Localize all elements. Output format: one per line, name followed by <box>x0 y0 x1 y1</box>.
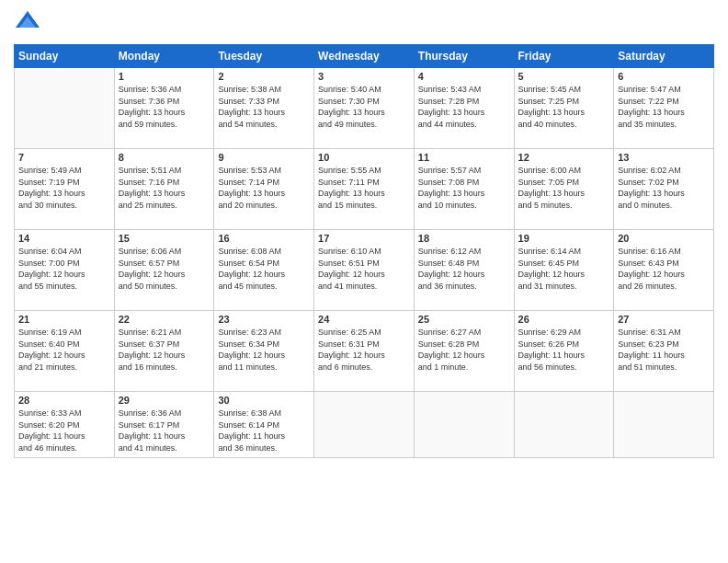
calendar-cell: 7Sunrise: 5:49 AM Sunset: 7:19 PM Daylig… <box>15 149 115 230</box>
weekday-header: Thursday <box>414 45 514 68</box>
calendar-cell: 6Sunrise: 5:47 AM Sunset: 7:22 PM Daylig… <box>614 68 714 149</box>
calendar-cell: 15Sunrise: 6:06 AM Sunset: 6:57 PM Dayli… <box>114 230 214 311</box>
day-info: Sunrise: 6:29 AM Sunset: 6:26 PM Dayligh… <box>518 327 610 373</box>
calendar-cell: 22Sunrise: 6:21 AM Sunset: 6:37 PM Dayli… <box>114 311 214 392</box>
calendar-cell: 29Sunrise: 6:36 AM Sunset: 6:17 PM Dayli… <box>114 392 214 458</box>
day-number: 12 <box>518 152 610 163</box>
calendar-cell: 14Sunrise: 6:04 AM Sunset: 7:00 PM Dayli… <box>15 230 115 311</box>
calendar-cell: 20Sunrise: 6:16 AM Sunset: 6:43 PM Dayli… <box>614 230 714 311</box>
day-info: Sunrise: 6:19 AM Sunset: 6:40 PM Dayligh… <box>18 327 110 373</box>
calendar-cell: 27Sunrise: 6:31 AM Sunset: 6:23 PM Dayli… <box>614 311 714 392</box>
calendar-cell: 5Sunrise: 5:45 AM Sunset: 7:25 PM Daylig… <box>514 68 614 149</box>
day-number: 10 <box>318 152 410 163</box>
calendar-cell: 9Sunrise: 5:53 AM Sunset: 7:14 PM Daylig… <box>214 149 314 230</box>
calendar-cell <box>614 392 714 458</box>
day-info: Sunrise: 5:36 AM Sunset: 7:36 PM Dayligh… <box>119 84 210 130</box>
calendar-cell: 30Sunrise: 6:38 AM Sunset: 6:14 PM Dayli… <box>214 392 314 458</box>
calendar-cell <box>314 392 415 458</box>
calendar-cell: 11Sunrise: 5:57 AM Sunset: 7:08 PM Dayli… <box>414 149 514 230</box>
calendar-cell: 21Sunrise: 6:19 AM Sunset: 6:40 PM Dayli… <box>15 311 115 392</box>
calendar-cell: 13Sunrise: 6:02 AM Sunset: 7:02 PM Dayli… <box>614 149 714 230</box>
day-number: 3 <box>318 71 410 82</box>
calendar-table: SundayMondayTuesdayWednesdayThursdayFrid… <box>14 44 714 458</box>
calendar-cell <box>514 392 614 458</box>
day-info: Sunrise: 5:51 AM Sunset: 7:16 PM Dayligh… <box>119 165 210 211</box>
day-number: 21 <box>18 314 110 325</box>
day-info: Sunrise: 5:47 AM Sunset: 7:22 PM Dayligh… <box>618 84 710 130</box>
day-number: 15 <box>119 233 210 244</box>
day-number: 28 <box>18 395 110 406</box>
day-info: Sunrise: 6:08 AM Sunset: 6:54 PM Dayligh… <box>218 246 310 292</box>
calendar-cell: 10Sunrise: 5:55 AM Sunset: 7:11 PM Dayli… <box>314 149 415 230</box>
calendar-cell: 25Sunrise: 6:27 AM Sunset: 6:28 PM Dayli… <box>414 311 514 392</box>
day-number: 29 <box>119 395 210 406</box>
day-info: Sunrise: 5:55 AM Sunset: 7:11 PM Dayligh… <box>318 165 410 211</box>
day-number: 13 <box>618 152 710 163</box>
header <box>14 9 714 37</box>
day-info: Sunrise: 6:31 AM Sunset: 6:23 PM Dayligh… <box>618 327 710 373</box>
calendar-cell: 18Sunrise: 6:12 AM Sunset: 6:48 PM Dayli… <box>414 230 514 311</box>
calendar-cell: 16Sunrise: 6:08 AM Sunset: 6:54 PM Dayli… <box>214 230 314 311</box>
day-info: Sunrise: 5:57 AM Sunset: 7:08 PM Dayligh… <box>418 165 510 211</box>
day-info: Sunrise: 5:40 AM Sunset: 7:30 PM Dayligh… <box>318 84 410 130</box>
day-number: 24 <box>318 314 410 325</box>
calendar-cell: 8Sunrise: 5:51 AM Sunset: 7:16 PM Daylig… <box>114 149 214 230</box>
calendar-week-row: 7Sunrise: 5:49 AM Sunset: 7:19 PM Daylig… <box>15 149 714 230</box>
weekday-header: Monday <box>114 45 214 68</box>
calendar-cell: 24Sunrise: 6:25 AM Sunset: 6:31 PM Dayli… <box>314 311 415 392</box>
day-number: 19 <box>518 233 610 244</box>
day-info: Sunrise: 6:06 AM Sunset: 6:57 PM Dayligh… <box>119 246 210 292</box>
day-info: Sunrise: 5:38 AM Sunset: 7:33 PM Dayligh… <box>218 84 310 130</box>
calendar-cell: 17Sunrise: 6:10 AM Sunset: 6:51 PM Dayli… <box>314 230 415 311</box>
logo <box>14 9 45 37</box>
calendar-cell: 3Sunrise: 5:40 AM Sunset: 7:30 PM Daylig… <box>314 68 415 149</box>
day-info: Sunrise: 6:33 AM Sunset: 6:20 PM Dayligh… <box>18 408 110 454</box>
day-info: Sunrise: 6:10 AM Sunset: 6:51 PM Dayligh… <box>318 246 410 292</box>
calendar-week-row: 14Sunrise: 6:04 AM Sunset: 7:00 PM Dayli… <box>15 230 714 311</box>
page: SundayMondayTuesdayWednesdayThursdayFrid… <box>0 0 728 563</box>
day-info: Sunrise: 6:14 AM Sunset: 6:45 PM Dayligh… <box>518 246 610 292</box>
day-info: Sunrise: 6:04 AM Sunset: 7:00 PM Dayligh… <box>18 246 110 292</box>
calendar-cell: 1Sunrise: 5:36 AM Sunset: 7:36 PM Daylig… <box>114 68 214 149</box>
weekday-header: Saturday <box>614 45 714 68</box>
calendar-week-row: 21Sunrise: 6:19 AM Sunset: 6:40 PM Dayli… <box>15 311 714 392</box>
day-info: Sunrise: 5:43 AM Sunset: 7:28 PM Dayligh… <box>418 84 510 130</box>
day-number: 16 <box>218 233 310 244</box>
day-number: 17 <box>318 233 410 244</box>
weekday-header: Sunday <box>15 45 115 68</box>
day-info: Sunrise: 6:38 AM Sunset: 6:14 PM Dayligh… <box>218 408 310 454</box>
day-number: 30 <box>218 395 310 406</box>
day-number: 7 <box>18 152 110 163</box>
weekday-header: Wednesday <box>314 45 415 68</box>
day-number: 11 <box>418 152 510 163</box>
day-number: 26 <box>518 314 610 325</box>
day-info: Sunrise: 5:49 AM Sunset: 7:19 PM Dayligh… <box>18 165 110 211</box>
logo-icon <box>14 9 41 37</box>
day-number: 14 <box>18 233 110 244</box>
day-number: 5 <box>518 71 610 82</box>
calendar-cell: 28Sunrise: 6:33 AM Sunset: 6:20 PM Dayli… <box>15 392 115 458</box>
calendar-cell: 12Sunrise: 6:00 AM Sunset: 7:05 PM Dayli… <box>514 149 614 230</box>
calendar-cell <box>414 392 514 458</box>
day-number: 2 <box>218 71 310 82</box>
day-info: Sunrise: 6:12 AM Sunset: 6:48 PM Dayligh… <box>418 246 510 292</box>
calendar-week-row: 28Sunrise: 6:33 AM Sunset: 6:20 PM Dayli… <box>15 392 714 458</box>
calendar-cell: 2Sunrise: 5:38 AM Sunset: 7:33 PM Daylig… <box>214 68 314 149</box>
day-info: Sunrise: 6:16 AM Sunset: 6:43 PM Dayligh… <box>618 246 710 292</box>
day-number: 18 <box>418 233 510 244</box>
calendar-header-row: SundayMondayTuesdayWednesdayThursdayFrid… <box>15 45 714 68</box>
calendar-cell: 4Sunrise: 5:43 AM Sunset: 7:28 PM Daylig… <box>414 68 514 149</box>
day-number: 9 <box>218 152 310 163</box>
day-number: 25 <box>418 314 510 325</box>
day-info: Sunrise: 6:23 AM Sunset: 6:34 PM Dayligh… <box>218 327 310 373</box>
day-number: 22 <box>119 314 210 325</box>
day-number: 20 <box>618 233 710 244</box>
calendar-cell: 26Sunrise: 6:29 AM Sunset: 6:26 PM Dayli… <box>514 311 614 392</box>
day-number: 6 <box>618 71 710 82</box>
calendar-cell <box>15 68 115 149</box>
day-info: Sunrise: 6:25 AM Sunset: 6:31 PM Dayligh… <box>318 327 410 373</box>
day-info: Sunrise: 6:00 AM Sunset: 7:05 PM Dayligh… <box>518 165 610 211</box>
calendar-cell: 23Sunrise: 6:23 AM Sunset: 6:34 PM Dayli… <box>214 311 314 392</box>
day-number: 27 <box>618 314 710 325</box>
day-number: 1 <box>119 71 210 82</box>
